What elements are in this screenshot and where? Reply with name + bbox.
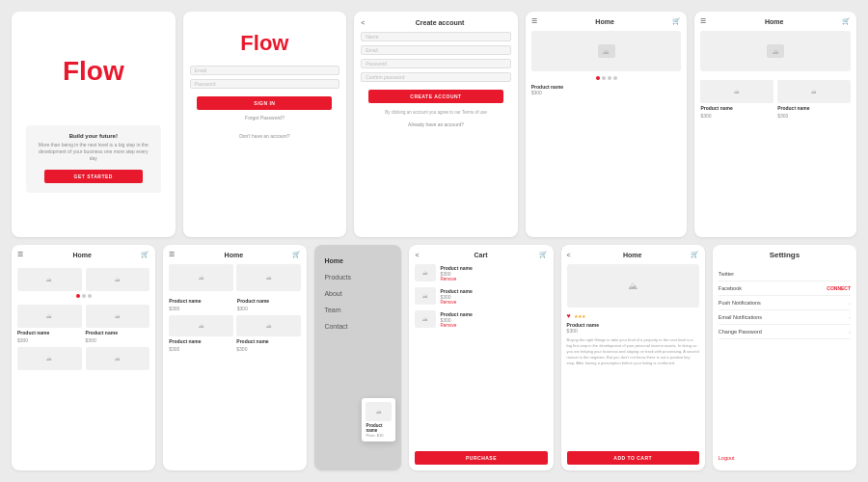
screen-home-grid6: ☰ Home 🛒 ⛰ ⛰ xyxy=(12,245,155,470)
settings-item-push: Push Notifications › xyxy=(719,296,851,310)
image-icon-4: ⛰ xyxy=(603,48,610,55)
grid-6b-item-1: ⛰ Product name $300 xyxy=(17,305,82,343)
cart-icon-6[interactable]: 🛒 xyxy=(141,251,149,258)
bottom-img-1: ⛰ xyxy=(169,315,233,336)
screen-settings: Settings Twitter Facebook CONNECT Push N… xyxy=(713,245,856,470)
grid-6-img-1: ⛰ xyxy=(17,268,82,291)
remove-item-2[interactable]: Remove xyxy=(440,300,547,305)
cart-img-icon-2: ⛰ xyxy=(422,293,428,299)
product-grid-7: Product name $300 Product name $300 xyxy=(169,298,301,311)
nav-preview-img-icon: ⛰ xyxy=(376,409,382,415)
password-field[interactable]: Password xyxy=(190,79,340,89)
heart-icon[interactable]: ♥ xyxy=(567,312,571,319)
create-account-button[interactable]: CREATE ACCOUNT xyxy=(368,90,503,103)
menu-icon-6[interactable]: ☰ xyxy=(17,251,23,258)
back-chevron-icon[interactable]: < xyxy=(361,19,365,26)
settings-item-email: Email Notifications › xyxy=(719,310,851,325)
product-large-img-icon: ⛰ xyxy=(628,281,637,291)
cart-back-icon[interactable]: < xyxy=(415,252,419,258)
screen-product-detail: < Home 🛒 ⛰ ♥ ★★★ Product name $300 Buyin… xyxy=(561,245,705,470)
home-title-4: Home xyxy=(595,18,613,25)
cart-item-3: ⛰ Product name $300 Remove xyxy=(415,310,547,328)
grid-product-name-2: Product name xyxy=(777,105,851,111)
grid-7-item-2: Product name $300 xyxy=(237,298,302,311)
product-back-icon[interactable]: < xyxy=(567,252,571,258)
dot-6-2 xyxy=(82,294,86,298)
cart-img-icon-1: ⛰ xyxy=(422,270,428,276)
grid-6b-img-1: ⛰ xyxy=(17,305,82,328)
remove-item-3[interactable]: Remove xyxy=(440,323,547,328)
grid-6b-price-2: $300 xyxy=(86,337,150,343)
add-to-cart-button[interactable]: ADD TO CART xyxy=(567,451,699,465)
cart-item-details-2: Product name $300 Remove xyxy=(440,288,547,305)
no-account-text: Don't have an account? xyxy=(239,133,289,139)
create-email-field[interactable]: Email xyxy=(361,45,511,55)
menu-icon-5[interactable]: ☰ xyxy=(700,17,706,25)
grid-7-name-1: Product name xyxy=(169,298,233,304)
grid-6-item-2: ⛰ xyxy=(86,268,150,291)
terms-text: By clicking an account you agree to our … xyxy=(385,110,486,116)
screen-home-featured: ☰ Home 🛒 ⛰ Product name $300 xyxy=(526,12,688,237)
product-description: Buying the right fittings to take your f… xyxy=(567,337,699,366)
grid-6-img-2: ⛰ xyxy=(86,268,150,291)
nav-product-preview: ⛰ Product name Price: $10 xyxy=(362,398,395,442)
forgot-password-link[interactable]: Forgot Password? xyxy=(245,115,285,120)
name-field[interactable]: Name xyxy=(361,32,511,41)
cart-icon-5[interactable]: 🛒 xyxy=(842,17,851,25)
nav-preview-price: Price: $10 xyxy=(366,433,392,438)
screen-home-grid2: ☰ Home 🛒 ⛰ ⛰ Product name $300 xyxy=(694,12,856,237)
screen-home-grid4: ☰ Home 🛒 ⛰ ⛰ Product name $300 Product n… xyxy=(163,245,307,470)
cart-icon-4[interactable]: 🛒 xyxy=(672,17,681,25)
email-notif-arrow-icon[interactable]: › xyxy=(849,314,851,320)
menu-icon-7[interactable]: ☰ xyxy=(169,251,175,258)
home-header-6: ☰ Home 🛒 xyxy=(17,251,149,258)
cart-item-1: ⛰ Product name $300 Remove xyxy=(415,264,547,281)
splash-subtitle: More than being in the next level is a b… xyxy=(32,142,155,162)
screen-splash: Flow Build your future! More than being … xyxy=(12,12,176,237)
screen-signin: Flow Email Password SIGN IN Forgot Passw… xyxy=(183,12,347,237)
dot-4 xyxy=(613,76,617,80)
confirm-password-field[interactable]: Confirm password xyxy=(361,72,511,82)
nav-item-team[interactable]: Team xyxy=(324,302,392,318)
settings-item-logout: Logout xyxy=(719,451,851,465)
email-field[interactable]: Email xyxy=(190,66,340,75)
create-password-field[interactable]: Password xyxy=(361,59,511,68)
bottom-img-icon-2: ⛰ xyxy=(266,323,272,329)
change-password-label: Change Password xyxy=(719,329,762,335)
nav-item-contact[interactable]: Contact xyxy=(324,318,392,335)
bottom-price-1: $300 xyxy=(169,346,233,352)
grid-6-item-1: ⛰ xyxy=(17,268,82,291)
product-grid-5: ⛰ Product name $300 ⛰ Product name $300 xyxy=(700,80,851,119)
grid-6b-price-1: $300 xyxy=(17,337,82,343)
nav-item-products[interactable]: Products xyxy=(324,269,392,285)
email-notif-label: Email Notifications xyxy=(719,314,762,320)
home-header-4: ☰ Home 🛒 xyxy=(531,17,682,25)
get-started-button[interactable]: GET STARTED xyxy=(44,170,143,183)
grid-6b-img-2: ⛰ xyxy=(86,305,150,328)
settings-item-facebook: Facebook CONNECT xyxy=(719,281,851,296)
signin-button[interactable]: SIGN IN xyxy=(197,96,332,110)
home-header-7: ☰ Home 🛒 xyxy=(169,251,301,258)
purchase-button[interactable]: PURCHASE xyxy=(415,451,547,465)
carousel-dots-6 xyxy=(17,294,149,298)
splash-tagline: Build your future! xyxy=(69,133,118,139)
star-rating: ★★★ xyxy=(574,313,585,319)
nav-item-home[interactable]: Home xyxy=(324,253,392,269)
img-placeholder-4: ⛰ xyxy=(598,44,615,58)
grid-6b-img-icon-1: ⛰ xyxy=(46,313,52,319)
logout-button[interactable]: Logout xyxy=(719,455,735,461)
change-password-arrow-icon[interactable]: › xyxy=(849,329,851,335)
grid-img-icon-1: ⛰ xyxy=(734,89,740,94)
cart-icon-7[interactable]: 🛒 xyxy=(292,251,301,258)
push-notif-arrow-icon[interactable]: › xyxy=(849,300,851,306)
product-cart-icon[interactable]: 🛒 xyxy=(691,251,699,258)
facebook-connect-button[interactable]: CONNECT xyxy=(827,285,851,291)
grid-7-price-1: $300 xyxy=(169,306,233,311)
grid-7-price-2: $300 xyxy=(237,306,302,311)
nav-item-about[interactable]: About xyxy=(324,285,392,302)
cart-header-icon[interactable]: 🛒 xyxy=(539,251,548,258)
grid-6-img-icon-1: ⛰ xyxy=(46,277,52,282)
remove-item-1[interactable]: Remove xyxy=(440,277,547,281)
menu-icon-4[interactable]: ☰ xyxy=(531,17,537,25)
product-large-image: ⛰ xyxy=(567,264,699,308)
